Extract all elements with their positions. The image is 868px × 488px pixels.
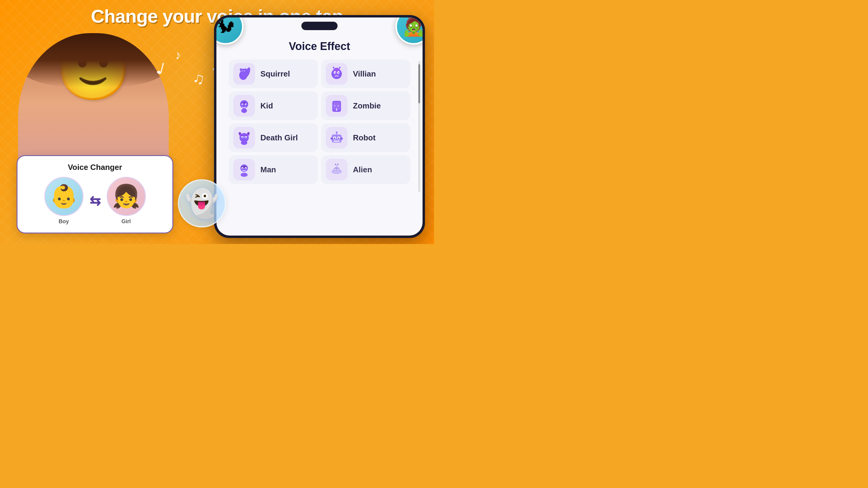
man-icon xyxy=(233,159,255,181)
kid-label: Kid xyxy=(260,101,273,110)
zombie-label: Zombie xyxy=(353,101,381,110)
svg-point-44 xyxy=(331,137,333,140)
scrollbar[interactable] xyxy=(418,61,420,192)
svg-point-61 xyxy=(335,164,336,165)
svg-point-33 xyxy=(247,132,250,135)
effect-zombie[interactable]: ✕ ✕ Zombie xyxy=(321,91,410,120)
svg-point-45 xyxy=(340,137,343,140)
svg-point-67 xyxy=(338,170,338,170)
effect-deathgirl[interactable]: Death Girl xyxy=(228,123,318,152)
effect-robot[interactable]: Robot xyxy=(321,123,410,152)
swap-arrow[interactable]: ⇄ xyxy=(90,193,101,208)
effect-kid[interactable]: Kid xyxy=(228,91,318,120)
villain-icon xyxy=(326,63,347,85)
svg-point-16 xyxy=(338,72,339,73)
svg-rect-50 xyxy=(333,141,340,142)
svg-point-37 xyxy=(245,137,247,138)
alien-label: Alien xyxy=(353,165,372,174)
svg-text:✕: ✕ xyxy=(337,104,339,107)
boy-label: Boy xyxy=(59,218,69,225)
svg-point-43 xyxy=(336,132,338,133)
svg-point-12 xyxy=(339,67,341,68)
deathgirl-label: Death Girl xyxy=(260,133,298,142)
zombie-icon: ✕ ✕ xyxy=(326,95,347,117)
girl-avatar[interactable]: 👧 xyxy=(107,177,146,216)
svg-point-57 xyxy=(241,173,247,177)
kid-icon xyxy=(233,95,255,117)
effect-alien[interactable]: Alien xyxy=(321,155,410,184)
man-label: Man xyxy=(260,165,276,174)
squirrel-icon xyxy=(233,63,255,85)
svg-point-17 xyxy=(240,100,248,108)
svg-point-55 xyxy=(245,168,246,169)
svg-point-48 xyxy=(334,138,336,139)
effect-squirrel[interactable]: Squirrel xyxy=(228,59,318,88)
phone-content: Voice Effect xyxy=(216,18,423,190)
svg-point-49 xyxy=(338,138,339,139)
squirrel-label: Squirrel xyxy=(260,69,290,78)
svg-point-28 xyxy=(336,109,337,110)
svg-point-68 xyxy=(334,171,339,173)
svg-point-54 xyxy=(242,168,243,169)
svg-point-10 xyxy=(333,67,334,68)
villain-label: Villian xyxy=(353,69,376,78)
svg-point-20 xyxy=(242,104,243,105)
svg-point-63 xyxy=(337,164,338,165)
girl-label: Girl xyxy=(121,218,131,225)
svg-line-62 xyxy=(337,165,338,167)
svg-text:✕: ✕ xyxy=(334,104,336,107)
svg-point-15 xyxy=(335,72,336,73)
svg-point-22 xyxy=(241,108,247,113)
robot-label: Robot xyxy=(353,133,375,142)
deathgirl-icon xyxy=(233,127,255,149)
voice-changer-title: Voice Changer xyxy=(27,163,163,172)
ghost-bubble: 👻 xyxy=(178,179,226,227)
voice-effect-title: Voice Effect xyxy=(225,40,413,53)
effect-man[interactable]: Man xyxy=(228,155,318,184)
effects-grid: Squirrel xyxy=(225,59,413,184)
svg-point-5 xyxy=(242,70,243,71)
phone-notch xyxy=(301,22,338,30)
svg-point-66 xyxy=(335,170,336,170)
alien-icon xyxy=(326,159,347,181)
effect-villain[interactable]: Villian xyxy=(321,59,410,88)
svg-point-40 xyxy=(241,141,247,145)
robot-icon xyxy=(326,127,347,149)
voice-changer-box: Voice Changer 👶 Boy ⇄ 👧 Girl xyxy=(17,155,173,233)
phone-frame: 🐿 🧟 Voice Effect xyxy=(214,15,425,238)
svg-point-36 xyxy=(242,137,243,138)
phone-inner: 🐿 🧟 Voice Effect xyxy=(216,18,423,235)
boy-avatar[interactable]: 👶 xyxy=(44,177,84,216)
svg-point-21 xyxy=(246,104,247,105)
svg-point-32 xyxy=(239,132,241,135)
svg-point-6 xyxy=(244,70,245,71)
voice-changer-row: 👶 Boy ⇄ 👧 Girl xyxy=(27,177,163,225)
